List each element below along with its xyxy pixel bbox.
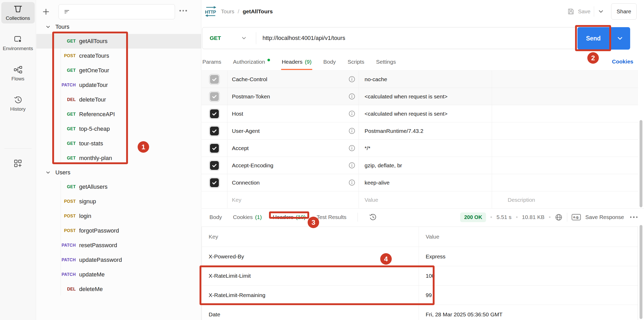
description-placeholder[interactable]: Description xyxy=(508,197,535,203)
value-placeholder[interactable]: Value xyxy=(365,197,378,203)
request-item-login[interactable]: POSTlogin xyxy=(36,209,201,223)
request-header-row[interactable]: User-AgentPostmanRuntime/7.43.2 xyxy=(202,122,638,140)
header-key[interactable]: Cache-Control xyxy=(232,76,267,82)
header-checkbox[interactable] xyxy=(210,109,219,118)
request-tab-body[interactable]: Body xyxy=(323,54,336,70)
sidebar-more-icon[interactable] xyxy=(179,10,187,11)
request-tab-scripts[interactable]: Scripts xyxy=(348,54,364,70)
header-checkbox[interactable] xyxy=(210,144,219,153)
share-button[interactable]: Share xyxy=(611,3,637,20)
method-chevron-icon[interactable] xyxy=(241,35,247,41)
request-item-updateMe[interactable]: PATCHupdateMe xyxy=(36,267,201,282)
request-item-getOneTour[interactable]: GETgetOneTour xyxy=(36,63,201,78)
request-tab-settings[interactable]: Settings xyxy=(376,54,396,70)
header-key[interactable]: Accept xyxy=(232,145,249,151)
request-item-resetPassword[interactable]: PATCHresetPassword xyxy=(36,238,201,253)
header-checkbox[interactable] xyxy=(210,178,219,187)
header-checkbox[interactable] xyxy=(210,161,219,170)
new-header-row[interactable]: KeyValueDescription xyxy=(202,191,638,209)
rail-item-flows[interactable]: Flows xyxy=(1,63,35,84)
table-cell xyxy=(492,88,638,105)
request-item-createTours[interactable]: POSTcreateTours xyxy=(36,49,201,63)
response-scrollbar-thumb[interactable] xyxy=(640,225,642,319)
header-key[interactable]: User-Agent xyxy=(232,128,260,134)
request-item-deleteTour[interactable]: DELdeleteTour xyxy=(36,92,201,107)
request-header-row[interactable]: Postman-Token<calculated when request is… xyxy=(202,88,638,105)
header-value[interactable]: PostmanRuntime/7.43.2 xyxy=(365,128,423,134)
request-tab-headers[interactable]: Headers(9) xyxy=(282,54,312,70)
request-header-row[interactable]: Cache-Controlno-cache xyxy=(202,71,638,88)
header-value[interactable]: <calculated when request is sent> xyxy=(365,111,448,117)
request-header-row[interactable]: Accept*/* xyxy=(202,140,638,157)
save-options-chevron-icon[interactable] xyxy=(598,8,604,15)
request-header-row[interactable]: Accept-Encodinggzip, deflate, br xyxy=(202,157,638,174)
header-value[interactable]: */* xyxy=(365,145,370,151)
header-value[interactable]: no-cache xyxy=(365,76,387,82)
request-item-getAllusers[interactable]: GETgetAllusers xyxy=(36,180,201,194)
add-collection-button[interactable] xyxy=(42,8,50,16)
request-item-updateTour[interactable]: PATCHupdateTour xyxy=(36,78,201,92)
header-key[interactable]: Postman-Token xyxy=(232,93,270,100)
request-item-top-5-cheap[interactable]: GETtop-5-cheap xyxy=(36,122,201,136)
header-checkbox[interactable] xyxy=(210,127,219,135)
request-tab-params[interactable]: Params xyxy=(202,54,221,70)
request-header-row[interactable]: Host<calculated when request is sent> xyxy=(202,105,638,122)
collection-header-tours[interactable]: Tours xyxy=(36,20,201,34)
collection-header-users[interactable]: Users xyxy=(36,165,201,180)
globe-icon[interactable] xyxy=(555,214,563,221)
response-tab-headers[interactable]: Headers(10) xyxy=(273,214,306,220)
key-placeholder[interactable]: Key xyxy=(232,197,241,203)
request-header-row[interactable]: Connectionkeep-alive xyxy=(202,174,638,191)
column-header: Value xyxy=(419,227,638,247)
info-icon xyxy=(348,110,355,117)
url-input[interactable]: http://localhost:4001/api/v1/tours xyxy=(262,35,345,42)
rail-label: Environments xyxy=(3,46,33,51)
request-item-forgotPassword[interactable]: POSTforgotPassword xyxy=(36,223,201,238)
request-item-ReferenceAPI[interactable]: GETReferenceAPI xyxy=(36,107,201,122)
save-button[interactable]: Save xyxy=(578,8,590,15)
rail-item-environments[interactable]: Environments xyxy=(1,32,35,54)
response-more-icon[interactable] xyxy=(630,216,638,218)
method-label: POST xyxy=(36,54,76,58)
request-item-deleteMe[interactable]: DELdeleteMe xyxy=(36,282,201,297)
rail-item-workbench[interactable] xyxy=(1,156,35,170)
request-item-updatePassword[interactable]: PATCHupdatePassword xyxy=(36,253,201,267)
header-key[interactable]: Host xyxy=(232,111,243,117)
rail-item-collections[interactable]: Collections xyxy=(1,2,35,23)
header-key[interactable]: Accept-Encoding xyxy=(232,162,273,169)
cookies-link[interactable]: Cookies xyxy=(612,58,633,65)
request-scrollbar-thumb[interactable] xyxy=(640,120,642,207)
method-label: GET xyxy=(36,141,76,146)
breadcrumb-collection[interactable]: Tours xyxy=(221,8,234,15)
header-checkbox[interactable] xyxy=(210,92,219,101)
chevron-down-icon xyxy=(45,24,51,30)
sidebar-filter-input[interactable] xyxy=(58,4,175,19)
header-key[interactable]: Connection xyxy=(232,180,260,186)
method-selector[interactable]: GET xyxy=(210,35,221,41)
header-value[interactable]: <calculated when request is sent> xyxy=(365,93,448,100)
header-value[interactable]: keep-alive xyxy=(365,180,390,186)
response-tab-test-results[interactable]: Test Results xyxy=(317,214,346,220)
header-checkbox[interactable] xyxy=(210,75,219,84)
request-tab-authorization[interactable]: Authorization xyxy=(233,54,270,70)
table-cell: <calculated when request is sent> xyxy=(359,105,492,122)
response-tab-cookies[interactable]: Cookies(1) xyxy=(233,214,262,220)
save-response-button[interactable]: Save Response xyxy=(585,214,624,220)
response-history-icon[interactable] xyxy=(369,213,377,221)
response-meta: 200 OK 5.51 s 10.81 KB e.g. Save Respons… xyxy=(460,209,637,226)
request-item-monthly-plan[interactable]: GETmonthly-plan xyxy=(36,151,201,165)
send-button[interactable]: Send xyxy=(577,27,609,50)
request-item-getAllTours[interactable]: GETgetAllTours xyxy=(36,34,201,49)
tab-label: Scripts xyxy=(348,59,364,65)
svg-text:HTTP: HTTP xyxy=(205,10,216,15)
request-item-tour-stats[interactable]: GETtour-stats xyxy=(36,136,201,151)
response-header-value: 99 xyxy=(419,286,638,305)
request-name: resetPassword xyxy=(79,242,117,249)
send-options-chevron-icon[interactable] xyxy=(610,27,630,50)
activity-rail: Collections Environments Flows History xyxy=(0,0,36,320)
request-item-signup[interactable]: POSTsignup xyxy=(36,194,201,209)
header-value[interactable]: gzip, deflate, br xyxy=(365,162,402,169)
rail-item-history[interactable]: History xyxy=(1,93,35,114)
response-headers-table: KeyValueX-Powered-ByExpressX-RateLimit-L… xyxy=(202,227,638,320)
response-tab-body[interactable]: Body xyxy=(209,214,222,220)
